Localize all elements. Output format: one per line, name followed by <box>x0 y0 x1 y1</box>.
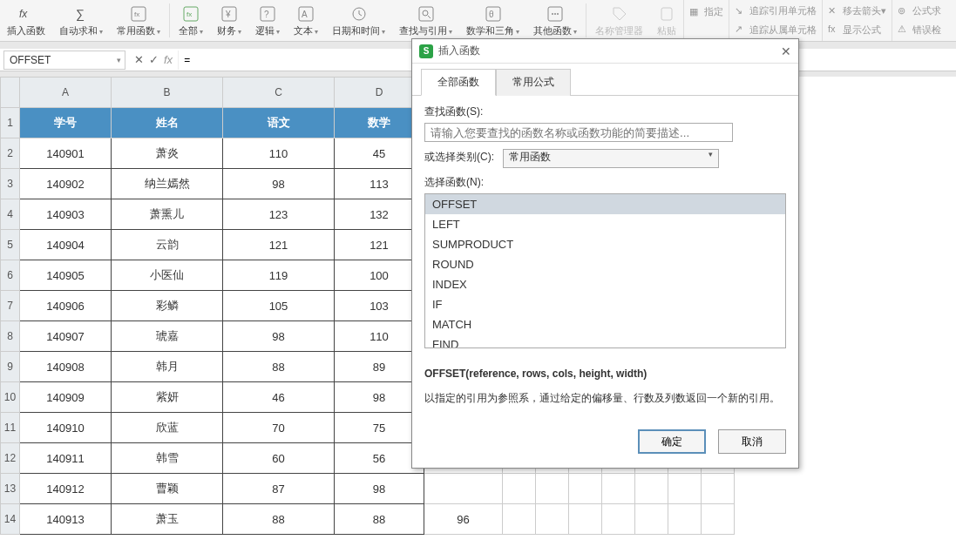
trace-dependents-button[interactable]: ↗追踪从属单元格 <box>735 24 817 37</box>
cell[interactable]: 140910 <box>20 413 112 443</box>
cell[interactable] <box>702 504 735 535</box>
row-header-10[interactable]: 10 <box>1 382 20 413</box>
function-list[interactable]: OFFSETLEFTSUMPRODUCTROUNDINDEXIFMATCHFIN… <box>424 193 786 348</box>
select-all-corner[interactable] <box>1 78 20 108</box>
cell[interactable] <box>424 474 503 504</box>
cell[interactable]: 121 <box>223 230 335 260</box>
cell[interactable] <box>536 504 569 535</box>
other-fn-button[interactable]: 其他函数▾ <box>526 0 584 41</box>
cell[interactable]: 彩鳞 <box>112 291 223 321</box>
search-function-input[interactable] <box>424 123 733 142</box>
common-fn-button[interactable]: fx 常用函数▾ <box>110 0 167 41</box>
cell[interactable]: 萧玉 <box>112 504 223 535</box>
category-select[interactable]: 常用函数 <box>503 149 719 168</box>
cell[interactable]: 140909 <box>20 382 112 413</box>
cell[interactable] <box>635 474 668 504</box>
finance-button[interactable]: ¥ 财务▾ <box>210 0 248 41</box>
col-header-B[interactable]: B <box>112 78 223 108</box>
cell[interactable]: 140911 <box>20 443 112 474</box>
cell[interactable]: 46 <box>223 382 335 413</box>
accept-formula-icon[interactable]: ✓ <box>149 53 159 66</box>
row-header-1[interactable]: 1 <box>1 108 20 138</box>
cell[interactable]: 110 <box>223 138 335 169</box>
row-header-3[interactable]: 3 <box>1 169 20 199</box>
cell[interactable]: 韩雪 <box>112 443 223 474</box>
cell[interactable]: 88 <box>335 504 424 535</box>
formula-evaluate-button[interactable]: ⊚公式求 <box>898 4 941 17</box>
cell[interactable] <box>668 504 702 535</box>
cell[interactable]: 140912 <box>20 474 112 504</box>
all-fn-button[interactable]: fx 全部▾ <box>172 0 210 41</box>
row-header-11[interactable]: 11 <box>1 413 20 443</box>
cell[interactable]: 140902 <box>20 169 112 199</box>
cell[interactable]: 119 <box>223 260 335 291</box>
name-box[interactable]: OFFSET <box>3 51 125 70</box>
cell[interactable]: 87 <box>223 474 335 504</box>
paste-button[interactable]: 粘贴 <box>650 0 683 41</box>
cell[interactable]: 萧熏儿 <box>112 199 223 230</box>
tab-all-functions[interactable]: 全部函数 <box>421 69 496 96</box>
autosum-button[interactable]: ∑ 自动求和▾ <box>52 0 110 41</box>
row-header-9[interactable]: 9 <box>1 352 20 382</box>
define-name-button[interactable]: ▦指定 <box>689 5 723 18</box>
cell[interactable] <box>602 504 635 535</box>
row-header-14[interactable]: 14 <box>1 504 20 535</box>
cell[interactable]: 曹颖 <box>112 474 223 504</box>
cell[interactable]: 98 <box>223 321 335 352</box>
remove-arrow-button[interactable]: ✕移去箭头▾ <box>828 4 886 17</box>
cell[interactable] <box>503 474 536 504</box>
cell[interactable]: 欣蓝 <box>112 413 223 443</box>
row-header-5[interactable]: 5 <box>1 230 20 260</box>
cell[interactable]: 60 <box>223 443 335 474</box>
fx-label-icon[interactable]: fx <box>164 53 173 66</box>
row-header-8[interactable]: 8 <box>1 321 20 352</box>
function-item-round[interactable]: ROUND <box>425 254 785 274</box>
function-item-match[interactable]: MATCH <box>425 314 785 334</box>
row-header-7[interactable]: 7 <box>1 291 20 321</box>
cell[interactable] <box>536 474 569 504</box>
logic-button[interactable]: ? 逻辑▾ <box>248 0 287 41</box>
col-header-A[interactable]: A <box>20 78 112 108</box>
ok-button[interactable]: 确定 <box>638 429 706 454</box>
text-button[interactable]: A 文本▾ <box>287 0 325 41</box>
cell[interactable] <box>602 474 635 504</box>
cell[interactable]: 140904 <box>20 230 112 260</box>
row-header-4[interactable]: 4 <box>1 199 20 230</box>
cell[interactable] <box>702 474 735 504</box>
cell[interactable]: 云韵 <box>112 230 223 260</box>
cell[interactable]: 96 <box>424 504 503 535</box>
cell[interactable] <box>569 504 602 535</box>
row-header-12[interactable]: 12 <box>1 443 20 474</box>
function-item-left[interactable]: LEFT <box>425 214 785 234</box>
cell[interactable]: 萧炎 <box>112 138 223 169</box>
insert-function-button[interactable]: fx 插入函数 <box>0 0 52 41</box>
datetime-button[interactable]: 日期和时间▾ <box>325 0 392 41</box>
lookup-button[interactable]: 查找与引用▾ <box>392 0 459 41</box>
col-header-C[interactable]: C <box>223 78 335 108</box>
cell[interactable]: 140913 <box>20 504 112 535</box>
cell[interactable]: 纳兰嫣然 <box>112 169 223 199</box>
cell[interactable]: 98 <box>335 474 424 504</box>
trace-precedents-button[interactable]: ↘追踪引用单元格 <box>735 4 817 17</box>
cancel-button[interactable]: 取消 <box>718 429 786 454</box>
cell[interactable]: 70 <box>223 413 335 443</box>
cell[interactable] <box>668 474 702 504</box>
function-item-find[interactable]: FIND <box>425 334 785 348</box>
cell[interactable]: 98 <box>223 169 335 199</box>
cell[interactable]: 140903 <box>20 199 112 230</box>
cell[interactable]: 88 <box>223 352 335 382</box>
show-formula-button[interactable]: fx显示公式 <box>828 24 886 37</box>
tab-common-formulas[interactable]: 常用公式 <box>496 69 571 96</box>
cell[interactable]: 140906 <box>20 291 112 321</box>
cell[interactable]: 88 <box>223 504 335 535</box>
cell[interactable]: 140905 <box>20 260 112 291</box>
function-item-sumproduct[interactable]: SUMPRODUCT <box>425 234 785 254</box>
cell[interactable]: 140901 <box>20 138 112 169</box>
function-item-if[interactable]: IF <box>425 294 785 314</box>
cell[interactable] <box>569 474 602 504</box>
error-check-button[interactable]: ⚠错误检 <box>898 24 941 37</box>
cell[interactable]: 105 <box>223 291 335 321</box>
function-item-index[interactable]: INDEX <box>425 274 785 294</box>
cell[interactable]: 140908 <box>20 352 112 382</box>
name-manager-button[interactable]: 名称管理器 <box>588 0 650 41</box>
